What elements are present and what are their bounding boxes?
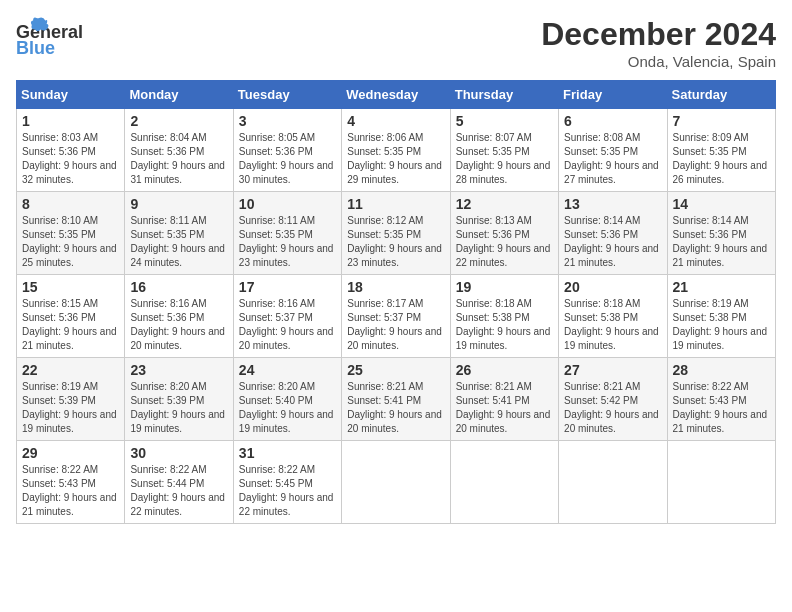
day-detail: Sunrise: 8:06 AMSunset: 5:35 PMDaylight:… (347, 132, 442, 185)
calendar-day-cell: 18 Sunrise: 8:17 AMSunset: 5:37 PMDaylig… (342, 275, 450, 358)
calendar-day-cell: 24 Sunrise: 8:20 AMSunset: 5:40 PMDaylig… (233, 358, 341, 441)
day-number: 28 (673, 362, 770, 378)
page-header: General Blue December 2024 Onda, Valenci… (16, 16, 776, 70)
calendar-day-cell: 31 Sunrise: 8:22 AMSunset: 5:45 PMDaylig… (233, 441, 341, 524)
day-detail: Sunrise: 8:19 AMSunset: 5:39 PMDaylight:… (22, 381, 117, 434)
day-detail: Sunrise: 8:09 AMSunset: 5:35 PMDaylight:… (673, 132, 768, 185)
calendar-day-cell: 20 Sunrise: 8:18 AMSunset: 5:38 PMDaylig… (559, 275, 667, 358)
calendar-day-cell: 26 Sunrise: 8:21 AMSunset: 5:41 PMDaylig… (450, 358, 558, 441)
day-detail: Sunrise: 8:11 AMSunset: 5:35 PMDaylight:… (130, 215, 225, 268)
calendar-day-cell: 11 Sunrise: 8:12 AMSunset: 5:35 PMDaylig… (342, 192, 450, 275)
month-title: December 2024 (541, 16, 776, 53)
day-detail: Sunrise: 8:22 AMSunset: 5:45 PMDaylight:… (239, 464, 334, 517)
day-number: 20 (564, 279, 661, 295)
col-wednesday: Wednesday (342, 81, 450, 109)
location-subtitle: Onda, Valencia, Spain (541, 53, 776, 70)
day-number: 23 (130, 362, 227, 378)
day-number: 18 (347, 279, 444, 295)
calendar-day-cell: 21 Sunrise: 8:19 AMSunset: 5:38 PMDaylig… (667, 275, 775, 358)
calendar-day-cell: 13 Sunrise: 8:14 AMSunset: 5:36 PMDaylig… (559, 192, 667, 275)
day-detail: Sunrise: 8:18 AMSunset: 5:38 PMDaylight:… (456, 298, 551, 351)
day-detail: Sunrise: 8:13 AMSunset: 5:36 PMDaylight:… (456, 215, 551, 268)
day-number: 4 (347, 113, 444, 129)
day-number: 29 (22, 445, 119, 461)
title-area: December 2024 Onda, Valencia, Spain (541, 16, 776, 70)
logo: General Blue (16, 16, 126, 65)
calendar-week-row: 29 Sunrise: 8:22 AMSunset: 5:43 PMDaylig… (17, 441, 776, 524)
day-number: 12 (456, 196, 553, 212)
day-number: 26 (456, 362, 553, 378)
calendar-day-cell: 1 Sunrise: 8:03 AMSunset: 5:36 PMDayligh… (17, 109, 125, 192)
calendar-day-cell: 12 Sunrise: 8:13 AMSunset: 5:36 PMDaylig… (450, 192, 558, 275)
day-number: 10 (239, 196, 336, 212)
day-detail: Sunrise: 8:12 AMSunset: 5:35 PMDaylight:… (347, 215, 442, 268)
calendar-week-row: 1 Sunrise: 8:03 AMSunset: 5:36 PMDayligh… (17, 109, 776, 192)
day-detail: Sunrise: 8:16 AMSunset: 5:37 PMDaylight:… (239, 298, 334, 351)
day-detail: Sunrise: 8:03 AMSunset: 5:36 PMDaylight:… (22, 132, 117, 185)
calendar-day-cell: 9 Sunrise: 8:11 AMSunset: 5:35 PMDayligh… (125, 192, 233, 275)
calendar-day-cell: 22 Sunrise: 8:19 AMSunset: 5:39 PMDaylig… (17, 358, 125, 441)
day-number: 21 (673, 279, 770, 295)
day-detail: Sunrise: 8:22 AMSunset: 5:43 PMDaylight:… (673, 381, 768, 434)
calendar-day-cell: 30 Sunrise: 8:22 AMSunset: 5:44 PMDaylig… (125, 441, 233, 524)
day-detail: Sunrise: 8:05 AMSunset: 5:36 PMDaylight:… (239, 132, 334, 185)
calendar-day-cell (342, 441, 450, 524)
calendar-table: Sunday Monday Tuesday Wednesday Thursday… (16, 80, 776, 524)
calendar-day-cell (667, 441, 775, 524)
logo-wordmark: General Blue (16, 16, 126, 65)
day-detail: Sunrise: 8:21 AMSunset: 5:41 PMDaylight:… (347, 381, 442, 434)
day-number: 7 (673, 113, 770, 129)
day-number: 27 (564, 362, 661, 378)
day-detail: Sunrise: 8:21 AMSunset: 5:41 PMDaylight:… (456, 381, 551, 434)
calendar-day-cell: 10 Sunrise: 8:11 AMSunset: 5:35 PMDaylig… (233, 192, 341, 275)
day-detail: Sunrise: 8:21 AMSunset: 5:42 PMDaylight:… (564, 381, 659, 434)
day-number: 24 (239, 362, 336, 378)
day-number: 16 (130, 279, 227, 295)
calendar-day-cell: 19 Sunrise: 8:18 AMSunset: 5:38 PMDaylig… (450, 275, 558, 358)
day-detail: Sunrise: 8:10 AMSunset: 5:35 PMDaylight:… (22, 215, 117, 268)
day-number: 3 (239, 113, 336, 129)
day-number: 15 (22, 279, 119, 295)
day-detail: Sunrise: 8:17 AMSunset: 5:37 PMDaylight:… (347, 298, 442, 351)
day-number: 17 (239, 279, 336, 295)
calendar-header-row: Sunday Monday Tuesday Wednesday Thursday… (17, 81, 776, 109)
day-number: 25 (347, 362, 444, 378)
day-detail: Sunrise: 8:16 AMSunset: 5:36 PMDaylight:… (130, 298, 225, 351)
day-number: 11 (347, 196, 444, 212)
calendar-day-cell: 6 Sunrise: 8:08 AMSunset: 5:35 PMDayligh… (559, 109, 667, 192)
day-detail: Sunrise: 8:22 AMSunset: 5:44 PMDaylight:… (130, 464, 225, 517)
col-monday: Monday (125, 81, 233, 109)
day-number: 31 (239, 445, 336, 461)
calendar-week-row: 8 Sunrise: 8:10 AMSunset: 5:35 PMDayligh… (17, 192, 776, 275)
calendar-week-row: 15 Sunrise: 8:15 AMSunset: 5:36 PMDaylig… (17, 275, 776, 358)
calendar-day-cell: 16 Sunrise: 8:16 AMSunset: 5:36 PMDaylig… (125, 275, 233, 358)
calendar-day-cell: 17 Sunrise: 8:16 AMSunset: 5:37 PMDaylig… (233, 275, 341, 358)
calendar-day-cell: 7 Sunrise: 8:09 AMSunset: 5:35 PMDayligh… (667, 109, 775, 192)
col-sunday: Sunday (17, 81, 125, 109)
calendar-day-cell: 25 Sunrise: 8:21 AMSunset: 5:41 PMDaylig… (342, 358, 450, 441)
svg-text:Blue: Blue (16, 38, 55, 58)
calendar-day-cell: 8 Sunrise: 8:10 AMSunset: 5:35 PMDayligh… (17, 192, 125, 275)
day-number: 14 (673, 196, 770, 212)
calendar-day-cell: 14 Sunrise: 8:14 AMSunset: 5:36 PMDaylig… (667, 192, 775, 275)
col-saturday: Saturday (667, 81, 775, 109)
calendar-day-cell (450, 441, 558, 524)
day-detail: Sunrise: 8:08 AMSunset: 5:35 PMDaylight:… (564, 132, 659, 185)
day-number: 22 (22, 362, 119, 378)
day-number: 30 (130, 445, 227, 461)
day-detail: Sunrise: 8:15 AMSunset: 5:36 PMDaylight:… (22, 298, 117, 351)
day-detail: Sunrise: 8:11 AMSunset: 5:35 PMDaylight:… (239, 215, 334, 268)
col-thursday: Thursday (450, 81, 558, 109)
day-detail: Sunrise: 8:07 AMSunset: 5:35 PMDaylight:… (456, 132, 551, 185)
day-number: 8 (22, 196, 119, 212)
calendar-day-cell: 29 Sunrise: 8:22 AMSunset: 5:43 PMDaylig… (17, 441, 125, 524)
calendar-day-cell: 5 Sunrise: 8:07 AMSunset: 5:35 PMDayligh… (450, 109, 558, 192)
day-detail: Sunrise: 8:20 AMSunset: 5:39 PMDaylight:… (130, 381, 225, 434)
calendar-day-cell: 2 Sunrise: 8:04 AMSunset: 5:36 PMDayligh… (125, 109, 233, 192)
day-detail: Sunrise: 8:18 AMSunset: 5:38 PMDaylight:… (564, 298, 659, 351)
calendar-day-cell: 3 Sunrise: 8:05 AMSunset: 5:36 PMDayligh… (233, 109, 341, 192)
calendar-day-cell: 27 Sunrise: 8:21 AMSunset: 5:42 PMDaylig… (559, 358, 667, 441)
day-detail: Sunrise: 8:14 AMSunset: 5:36 PMDaylight:… (564, 215, 659, 268)
calendar-day-cell: 4 Sunrise: 8:06 AMSunset: 5:35 PMDayligh… (342, 109, 450, 192)
calendar-day-cell: 23 Sunrise: 8:20 AMSunset: 5:39 PMDaylig… (125, 358, 233, 441)
